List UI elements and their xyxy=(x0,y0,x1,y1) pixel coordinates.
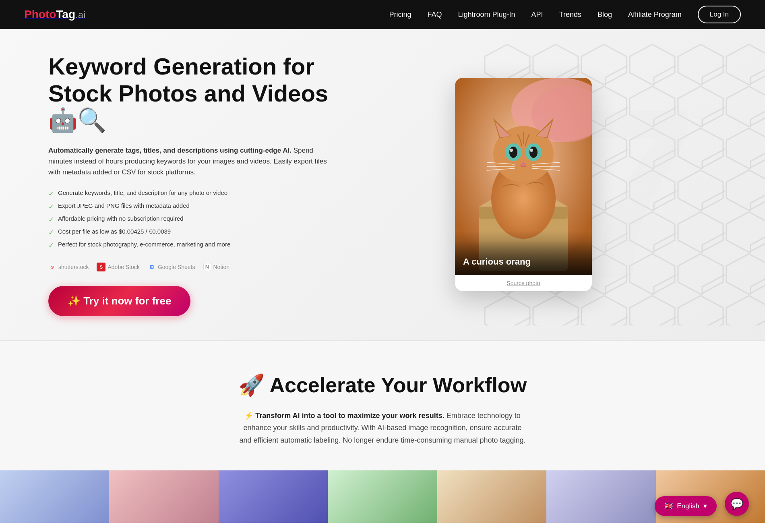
shutterstock-logo: s xyxy=(48,263,56,271)
thumb-4 xyxy=(328,470,437,523)
check-icon-4: ✓ xyxy=(48,228,54,237)
thumb-5 xyxy=(437,470,546,523)
svg-point-21 xyxy=(510,149,513,152)
accelerate-desc-bold: ⚡ Transform AI into a tool to maximize y… xyxy=(244,412,444,420)
logo-ai: .ai xyxy=(75,9,85,20)
integration-google-sheets: ⊞ Google Sheets xyxy=(148,263,195,271)
nav-item-trends[interactable]: Trends xyxy=(559,10,581,19)
nav-links: Pricing FAQ Lightroom Plug-In API Trends… xyxy=(389,6,741,23)
thumb-6 xyxy=(546,470,655,523)
cat-caption: A curious orang xyxy=(455,240,592,275)
svg-point-22 xyxy=(530,149,533,152)
hero-content: Keyword Generation for Stock Photos and … xyxy=(48,53,330,316)
cta-button[interactable]: ✨ Try it now for free xyxy=(48,286,190,316)
hero-checklist: ✓ Generate keywords, title, and descript… xyxy=(48,189,330,250)
svg-point-19 xyxy=(509,147,517,158)
integration-shutterstock: s shutterstock xyxy=(48,263,89,271)
language-selector[interactable]: 🇬🇧 English ▾ xyxy=(655,496,717,516)
integration-notion: N Notion xyxy=(203,263,229,271)
check-icon-2: ✓ xyxy=(48,203,54,211)
flag-icon: 🇬🇧 xyxy=(664,502,673,510)
adobe-logo: S xyxy=(97,263,105,271)
dropdown-arrow-icon: ▾ xyxy=(703,502,707,510)
logo[interactable]: PhotoTag.ai xyxy=(24,8,85,21)
nav-item-faq[interactable]: FAQ xyxy=(428,10,442,19)
thumb-1 xyxy=(0,470,109,523)
logo-photo: Photo xyxy=(24,8,56,21)
nav-item-affiliate[interactable]: Affiliate Program xyxy=(628,10,682,19)
cat-image: A curious orang xyxy=(455,78,592,275)
checklist-item-1: ✓ Generate keywords, title, and descript… xyxy=(48,189,330,198)
source-photo-link[interactable]: Source photo xyxy=(455,275,592,291)
language-label: English xyxy=(677,502,699,510)
hero-visual: A curious orang Source photo xyxy=(330,78,717,291)
logo-tag: Tag xyxy=(56,8,75,21)
svg-point-20 xyxy=(529,147,538,158)
accelerate-title: 🚀 Accelerate Your Workflow xyxy=(48,373,717,397)
chat-icon: 💬 xyxy=(730,498,743,510)
navbar: PhotoTag.ai Pricing FAQ Lightroom Plug-I… xyxy=(0,0,765,29)
integrations-bar: s shutterstock S Adobe Stock ⊞ Google Sh… xyxy=(48,263,330,271)
hero-description: Automatically generate tags, titles, and… xyxy=(48,145,330,178)
cat-card: A curious orang Source photo xyxy=(455,78,592,291)
nav-item-blog[interactable]: Blog xyxy=(598,10,612,19)
nav-item-pricing[interactable]: Pricing xyxy=(389,10,411,19)
notion-logo: N xyxy=(203,263,211,271)
accelerate-description: ⚡ Transform AI into a tool to maximize y… xyxy=(238,410,527,447)
nav-item-lightroom[interactable]: Lightroom Plug-In xyxy=(458,10,515,19)
login-button[interactable]: Log In xyxy=(698,6,741,23)
checklist-item-4: ✓ Cost per file as low as $0.00425 / €0.… xyxy=(48,228,330,237)
hero-title: Keyword Generation for Stock Photos and … xyxy=(48,53,330,134)
hero-desc-bold: Automatically generate tags, titles, and… xyxy=(48,147,292,154)
hero-section: 7 Keyword Generation for Stock Photos an… xyxy=(0,29,765,340)
check-icon-1: ✓ xyxy=(48,190,54,198)
nav-item-api[interactable]: API xyxy=(531,10,543,19)
integration-adobe: S Adobe Stock xyxy=(97,263,139,271)
check-icon-3: ✓ xyxy=(48,215,54,224)
thumb-2 xyxy=(109,470,218,523)
checklist-item-2: ✓ Export JPEG and PNG files with metadat… xyxy=(48,202,330,211)
checklist-item-5: ✓ Perfect for stock photography, e-comme… xyxy=(48,241,330,250)
accelerate-section: 🚀 Accelerate Your Workflow ⚡ Transform A… xyxy=(0,340,765,471)
chat-button[interactable]: 💬 xyxy=(725,492,749,516)
check-icon-5: ✓ xyxy=(48,241,54,250)
checklist-item-3: ✓ Affordable pricing with no subscriptio… xyxy=(48,215,330,224)
thumb-3 xyxy=(219,470,328,523)
google-sheets-logo: ⊞ xyxy=(148,263,156,271)
thumbnails-row xyxy=(0,470,765,523)
